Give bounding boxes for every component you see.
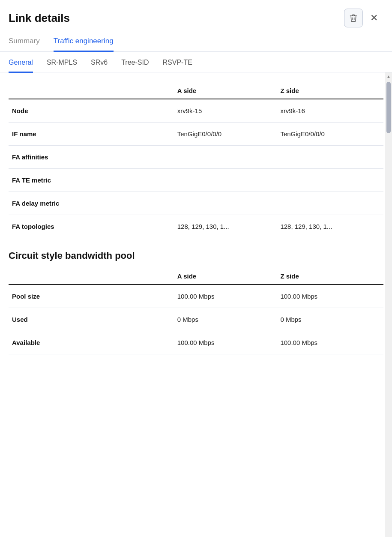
row-aside: TenGigE0/0/0/0 [177,123,281,146]
general-col-zside: Z side [280,83,383,99]
tab-summary[interactable]: Summary [9,33,40,52]
row-aside [177,192,281,215]
bandwidth-pool-table: A side Z side Pool size 100.00 Mbps 100.… [9,268,383,354]
table-row: FA topologies 128, 129, 130, 1... 128, 1… [9,215,383,238]
scrollbar[interactable]: ▲ [385,72,392,537]
row-label: Node [9,99,177,123]
row-aside [177,146,281,169]
panel-header: Link details ✕ [0,0,392,33]
bw-col-zside: Z side [280,268,383,284]
row-aside: 100.00 Mbps [177,284,281,308]
scrollbar-thumb[interactable] [386,82,391,133]
table-row: Node xrv9k-15 xrv9k-16 [9,99,383,123]
tab-tree-sid[interactable]: Tree-SID [121,54,149,73]
row-aside: xrv9k-15 [177,99,281,123]
table-row: FA delay metric [9,192,383,215]
row-zside [280,192,383,215]
tab-traffic-engineering[interactable]: Traffic engineering [54,33,114,52]
row-zside [280,146,383,169]
bandwidth-pool-title: Circuit style bandwidth pool [9,238,383,268]
close-button[interactable]: ✕ [366,10,382,26]
top-tabs: Summary Traffic engineering [0,33,392,52]
row-zside: xrv9k-16 [280,99,383,123]
row-aside: 100.00 Mbps [177,331,281,354]
row-zside: 100.00 Mbps [280,284,383,308]
general-col-label [9,83,177,99]
panel-title: Link details [9,12,70,25]
row-label: FA TE metric [9,169,177,192]
table-row: Available 100.00 Mbps 100.00 Mbps [9,331,383,354]
row-zside: 128, 129, 130, 1... [280,215,383,238]
row-zside [280,169,383,192]
table-row: Used 0 Mbps 0 Mbps [9,308,383,331]
row-label: Pool size [9,284,177,308]
table-row: IF name TenGigE0/0/0/0 TenGigE0/0/0/0 [9,123,383,146]
row-aside: 0 Mbps [177,308,281,331]
tab-sr-mpls[interactable]: SR-MPLS [47,54,77,73]
bw-col-aside: A side [177,268,281,284]
tab-srv6[interactable]: SRv6 [91,54,108,73]
scroll-up-arrow[interactable]: ▲ [385,72,392,80]
sub-tabs: General SR-MPLS SRv6 Tree-SID RSVP-TE [0,54,392,73]
row-label: FA topologies [9,215,177,238]
main-content: A side Z side Node xrv9k-15 xrv9k-16 IF … [0,72,392,537]
row-zside: TenGigE0/0/0/0 [280,123,383,146]
row-label: IF name [9,123,177,146]
bw-col-label [9,268,177,284]
row-label: Used [9,308,177,331]
table-row: FA TE metric [9,169,383,192]
table-row: Pool size 100.00 Mbps 100.00 Mbps [9,284,383,308]
general-col-aside: A side [177,83,281,99]
row-label: FA affinities [9,146,177,169]
tab-rsvp-te[interactable]: RSVP-TE [162,54,192,73]
content-wrapper: A side Z side Node xrv9k-15 xrv9k-16 IF … [0,72,392,537]
tab-general[interactable]: General [9,54,33,73]
row-label: FA delay metric [9,192,177,215]
general-table: A side Z side Node xrv9k-15 xrv9k-16 IF … [9,83,383,238]
row-zside: 0 Mbps [280,308,383,331]
row-aside: 128, 129, 130, 1... [177,215,281,238]
table-row: FA affinities [9,146,383,169]
delete-button[interactable] [344,9,363,27]
link-details-panel: Link details ✕ Summary Traffic engineeri… [0,0,392,542]
row-zside: 100.00 Mbps [280,331,383,354]
row-label: Available [9,331,177,354]
row-aside [177,169,281,192]
header-actions: ✕ [344,9,382,27]
